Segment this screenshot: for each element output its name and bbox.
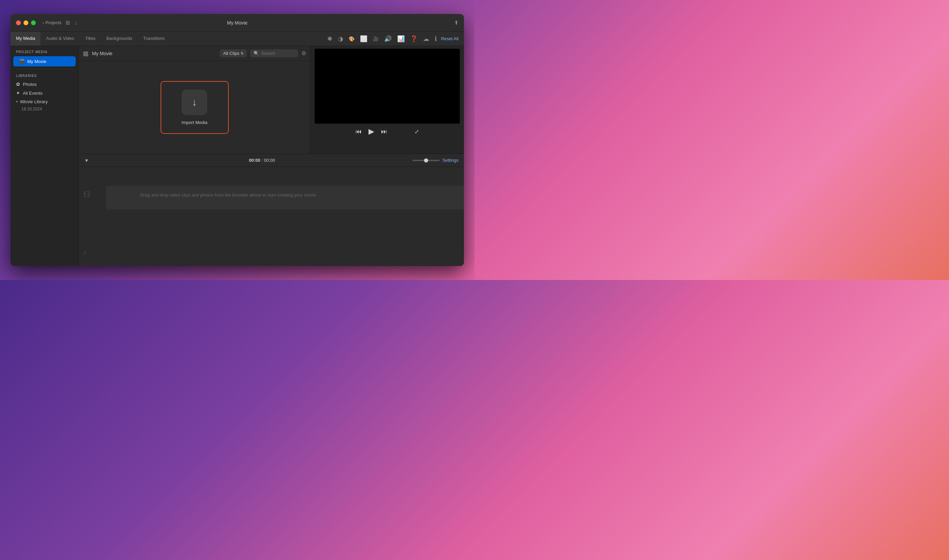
traffic-lights [11, 20, 36, 25]
tab-titles-label: Titles [85, 36, 96, 41]
import-label: Import Media [182, 120, 208, 125]
minimize-button[interactable] [23, 20, 28, 25]
import-area: ↓ Import Media [79, 61, 310, 154]
all-events-label: All Events [23, 91, 43, 96]
total-time: 00:00 [264, 158, 275, 163]
app-window: ‹ Projects ⊞ ↓ My Movie ⬆ My Media Audio… [11, 14, 464, 266]
tab-audio-video[interactable]: Audio & Video [40, 32, 79, 46]
right-panels: ▦ My Movie All Clips ⇅ 🔍 ⚙ [79, 46, 464, 266]
browser-panel: ▦ My Movie All Clips ⇅ 🔍 ⚙ [79, 46, 310, 154]
all-clips-selector[interactable]: All Clips ⇅ [220, 49, 247, 57]
rewind-button[interactable]: ⏮ [355, 128, 362, 135]
zoom-thumb [424, 158, 428, 163]
photos-icon: ✿ [16, 82, 20, 87]
tab-backgrounds-label: Backgrounds [106, 36, 132, 41]
reset-all-button[interactable]: Reset All [441, 36, 458, 41]
tab-transitions-label: Transitions [143, 36, 165, 41]
fullscreen-button[interactable]: ⤢ [415, 128, 419, 135]
music-icon: ♪ [83, 250, 86, 256]
clips-chevron-icon: ⇅ [241, 51, 243, 55]
film-strip-icon: 🎞 [83, 191, 90, 198]
titlebar-left: ‹ Projects ⊞ ↓ [43, 19, 77, 26]
drag-drop-hint: Drag and drop video clips and photos fro… [140, 192, 317, 198]
import-icon-bg: ↓ [182, 89, 207, 115]
maximize-button[interactable] [31, 20, 36, 25]
zoom-control [412, 160, 440, 161]
back-button[interactable]: ‹ Projects [43, 20, 61, 25]
tab-titles[interactable]: Titles [80, 32, 101, 46]
preview-controls: ⏮ ▶ ⏭ ⤢ [310, 124, 464, 139]
crop-icon[interactable]: ⬜ [359, 34, 369, 44]
film-icon: 🎬 [19, 58, 25, 64]
sidebar-date: 18.10.2024 [11, 106, 79, 113]
tab-my-media-label: My Media [16, 36, 35, 41]
video-track [106, 186, 464, 209]
tab-transitions[interactable]: Transitions [138, 32, 170, 46]
volume-icon[interactable]: 🔊 [383, 34, 393, 44]
balance-icon[interactable]: ◑ [336, 34, 345, 44]
preview-video [315, 49, 460, 124]
tab-backgrounds[interactable]: Backgrounds [101, 32, 138, 46]
imovie-library-label: iMovie Library [20, 99, 48, 104]
main-content: PROJECT MEDIA 🎬 My Movie LIBRARIES ✿ Pho… [11, 46, 464, 266]
sidebar-toggle-icon[interactable]: ▦ [83, 50, 89, 57]
sidebar-item-all-events[interactable]: ✦ All Events [11, 89, 79, 97]
close-button[interactable] [16, 20, 21, 25]
chevron-left-icon: ‹ [43, 20, 44, 25]
browser-toolbar: ▦ My Movie All Clips ⇅ 🔍 ⚙ [79, 46, 310, 61]
sidebar-divider [16, 69, 73, 69]
photos-label: Photos [23, 82, 37, 87]
cutaway-icon[interactable]: ☁ [422, 34, 431, 44]
inspector-toolbar: ✱ ◑ 🎨 ⬜ 🎥 🔊 📊 ❓ ☁ ℹ Reset All [326, 32, 464, 46]
chevron-down-icon: ▾ [16, 100, 18, 104]
color-icon[interactable]: 🎨 [347, 35, 356, 43]
search-icon: 🔍 [254, 51, 259, 56]
noise-icon[interactable]: 📊 [396, 34, 406, 44]
timeline-area: ▼ 00:00 / 00:00 Settings [79, 154, 464, 266]
search-box: 🔍 [250, 49, 298, 57]
titlebar: ‹ Projects ⊞ ↓ My Movie ⬆ [11, 14, 464, 32]
browser-title: My Movie [92, 51, 113, 56]
fast-forward-button[interactable]: ⏭ [381, 128, 387, 135]
playhead-area: ▼ [84, 157, 111, 163]
timeline-toolbar: ▼ 00:00 / 00:00 Settings [79, 154, 464, 167]
play-button[interactable]: ▶ [369, 127, 374, 136]
upper-panels: ▦ My Movie All Clips ⇅ 🔍 ⚙ [79, 46, 464, 154]
preview-panel: ⏮ ▶ ⏭ ⤢ [310, 46, 464, 154]
all-clips-label: All Clips [223, 51, 239, 56]
import-media-button[interactable]: ↓ Import Media [160, 81, 229, 134]
star-icon: ✦ [16, 90, 20, 96]
tab-audio-video-label: Audio & Video [46, 36, 74, 41]
timeline-right-controls: Settings [412, 158, 458, 163]
playhead-icon: ▼ [84, 158, 89, 163]
titlebar-icons: ⊞ ↓ [65, 19, 77, 26]
timeline-content: 🎞 Drag and drop video clips and photos f… [79, 167, 464, 266]
libraries-label: LIBRARIES [11, 71, 79, 80]
zoom-slider[interactable] [412, 160, 440, 161]
projects-label[interactable]: Projects [45, 20, 61, 25]
magic-wand-icon[interactable]: ✱ [326, 34, 334, 44]
down-arrow-icon[interactable]: ↓ [75, 20, 77, 26]
search-input[interactable] [261, 51, 295, 56]
gear-icon[interactable]: ⚙ [301, 50, 306, 57]
speed-icon[interactable]: ❓ [409, 34, 419, 44]
project-media-label: PROJECT MEDIA [11, 46, 79, 56]
current-time: 00:00 [249, 158, 260, 163]
timeline-settings-button[interactable]: Settings [443, 158, 458, 163]
sidebar-my-movie-label: My Movie [27, 59, 46, 64]
tab-my-media[interactable]: My Media [11, 32, 40, 46]
download-icon: ↓ [192, 97, 197, 108]
sidebar-item-imovie-library[interactable]: ▾ iMovie Library [11, 97, 79, 106]
info-icon[interactable]: ℹ [433, 34, 438, 44]
sidebar: PROJECT MEDIA 🎬 My Movie LIBRARIES ✿ Pho… [11, 46, 79, 266]
share-icon[interactable]: ⬆ [454, 19, 458, 26]
stabilization-icon[interactable]: 🎥 [372, 35, 380, 43]
sidebar-item-my-movie[interactable]: 🎬 My Movie [13, 56, 76, 66]
timeline-time-display: 00:00 / 00:00 [115, 158, 409, 163]
sidebar-item-photos[interactable]: ✿ Photos [11, 80, 79, 89]
window-title: My Movie [227, 20, 247, 26]
library-icon[interactable]: ⊞ [65, 19, 70, 26]
tabbar: My Media Audio & Video Titles Background… [11, 32, 464, 46]
